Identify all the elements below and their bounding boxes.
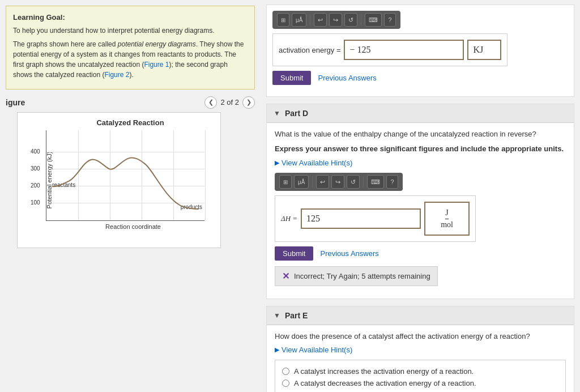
part-c-toolbar: ⊞ μÅ ↩ ↪ ↺ ⌨ ? [272, 11, 400, 29]
y-tick-300: 300 [31, 165, 40, 172]
redo-button-c[interactable]: ↪ [329, 13, 342, 27]
part-c-submit-row: Submit Previous Answers [272, 71, 568, 85]
fraction-numerator: J [445, 208, 448, 219]
lg-p2-before: The graphs shown here are called [13, 40, 118, 48]
part-d-title: Part D [285, 109, 308, 118]
part-d-hint-link[interactable]: ▶ View Available Hint(s) [275, 159, 566, 167]
delta-h-input[interactable] [301, 208, 421, 229]
mu-button-d[interactable]: μÅ [294, 175, 309, 189]
units-kj: KJ [473, 45, 483, 55]
x-axis-label: Reaction coordinate [62, 223, 204, 230]
reload-button-c[interactable]: ↺ [344, 13, 357, 27]
hint-e-label: View Available Hint(s) [282, 346, 352, 354]
y-tick-100: 100 [31, 199, 40, 206]
part-e-section: ▼ Part E How does the presence of a cata… [266, 306, 574, 392]
nav-label: 2 of 2 [220, 98, 239, 106]
part-d-arrow: ▼ [274, 109, 280, 117]
part-d-header[interactable]: ▼ Part D [267, 104, 574, 123]
toolbar-sep-d2 [363, 176, 364, 188]
part-e-question: How does the presence of a catalyst affe… [275, 331, 566, 342]
chart-area: 400 300 200 100 reactants products [46, 130, 204, 221]
learning-goal-box: Learning Goal: To help you understand ho… [6, 6, 255, 90]
mu-button-c[interactable]: μÅ [292, 13, 306, 27]
help-button-c[interactable]: ? [384, 13, 395, 27]
chart-title: Catalyzed Reaction [46, 118, 215, 127]
part-e-body: How does the presence of a catalyst affe… [267, 325, 574, 392]
toolbar-sep-c1 [310, 14, 310, 25]
toolbar-sep-d1 [312, 176, 313, 188]
hint-d-arrow-icon: ▶ [275, 159, 279, 167]
fraction: J mol [441, 208, 453, 229]
activation-energy-units: KJ [467, 40, 501, 60]
keyboard-button-d[interactable]: ⌨ [367, 175, 384, 189]
help-button-d[interactable]: ? [386, 175, 398, 189]
fraction-denominator: mol [441, 220, 453, 229]
grid-button-c[interactable]: ⊞ [277, 13, 289, 27]
part-e-options-box: A catalyst increases the activation ener… [275, 360, 566, 393]
nav-prev-button[interactable]: ❮ [204, 96, 217, 109]
x-icon: ✕ [282, 271, 289, 282]
undo-button-d[interactable]: ↩ [316, 175, 329, 189]
redo-button-d[interactable]: ↪ [331, 175, 344, 189]
keyboard-button-c[interactable]: ⌨ [365, 13, 382, 27]
part-e-title: Part E [285, 311, 308, 320]
reaction-curve [46, 130, 204, 220]
delta-h-label: ΔH = [281, 214, 297, 223]
part-d-submit-row: Submit Previous Answers [275, 246, 566, 261]
part-c-body: ⊞ μÅ ↩ ↪ ↺ ⌨ ? activation energy = [267, 5, 574, 96]
activation-energy-input[interactable] [344, 40, 464, 60]
nav-controls: ❮ 2 of 2 ❯ [204, 96, 255, 109]
toolbar-sep-c2 [361, 14, 361, 25]
part-e-hint-link[interactable]: ▶ View Available Hint(s) [275, 346, 566, 354]
part-d-prev-answers[interactable]: Previous Answers [320, 249, 378, 258]
part-c-answer-row: activation energy = KJ [279, 40, 501, 60]
part-e-radio-1[interactable] [282, 368, 289, 375]
activation-energy-label: activation energy = [279, 46, 340, 54]
part-e-header[interactable]: ▼ Part E [267, 306, 574, 325]
part-c-section: ⊞ μÅ ↩ ↪ ↺ ⌨ ? activation energy = [266, 5, 574, 97]
grid-button-d[interactable]: ⊞ [279, 175, 292, 189]
lg-p2-italic: potential energy diagrams [118, 40, 196, 48]
incorrect-badge: ✕ Incorrect; Try Again; 5 attempts remai… [275, 266, 438, 286]
part-d-submit-button[interactable]: Submit [275, 246, 313, 261]
part-d-body: What is the value of the enthalpy change… [267, 123, 574, 299]
undo-button-c[interactable]: ↩ [314, 13, 327, 27]
part-d-answer-area: ΔH = J mol [275, 195, 476, 242]
part-e-option-1-label: A catalyst increases the activation ener… [294, 367, 474, 376]
figure1-link[interactable]: Figure 1 [144, 61, 169, 69]
delta-h-units-fraction: J mol [424, 202, 470, 236]
hint-d-label: View Available Hint(s) [282, 159, 352, 167]
learning-goal-p1: To help you understand how to interpret … [13, 25, 248, 36]
grid-v-5 [205, 130, 206, 220]
learning-goal-title: Learning Goal: [13, 12, 248, 23]
chart-container: Catalyzed Reaction Potential energy (kJ) [17, 112, 221, 248]
part-c-submit-button[interactable]: Submit [272, 71, 311, 85]
part-d-answer-row: ΔH = J mol [281, 202, 470, 236]
part-c-answer-area: activation energy = KJ [272, 33, 508, 66]
incorrect-text: Incorrect; Try Again; 5 attempts remaini… [294, 272, 430, 280]
part-c-prev-answers[interactable]: Previous Answers [318, 74, 376, 82]
part-d-toolbar: ⊞ μÅ ↩ ↪ ↺ ⌨ ? [275, 173, 403, 191]
reload-button-d[interactable]: ↺ [347, 175, 360, 189]
part-e-option-2: A catalyst decreases the activation ener… [282, 379, 558, 387]
part-d-question: What is the value of the enthalpy change… [275, 129, 566, 140]
part-d-instruction: Express your answer to three significant… [275, 143, 566, 155]
lg-p2-end: ). [129, 71, 133, 79]
hint-e-arrow-icon: ▶ [275, 346, 279, 353]
figure-nav: igure ❮ 2 of 2 ❯ [6, 96, 255, 109]
part-e-option-1: A catalyst increases the activation ener… [282, 367, 558, 376]
right-panel: ⊞ μÅ ↩ ↪ ↺ ⌨ ? activation energy = [261, 0, 580, 392]
figure-title: igure [6, 98, 25, 107]
figure2-link[interactable]: Figure 2 [104, 71, 129, 79]
part-e-arrow: ▼ [274, 312, 280, 319]
learning-goal-p2: The graphs shown here are called potenti… [13, 39, 248, 80]
nav-next-button[interactable]: ❯ [242, 96, 255, 109]
y-tick-400: 400 [31, 148, 40, 155]
figure-section: igure ❮ 2 of 2 ❯ Catalyzed Reaction Pote… [6, 96, 255, 248]
part-d-section: ▼ Part D What is the value of the enthal… [266, 104, 574, 299]
y-tick-200: 200 [31, 182, 40, 189]
part-e-radio-2[interactable] [282, 380, 289, 387]
part-e-option-2-label: A catalyst decreases the activation ener… [294, 379, 476, 387]
